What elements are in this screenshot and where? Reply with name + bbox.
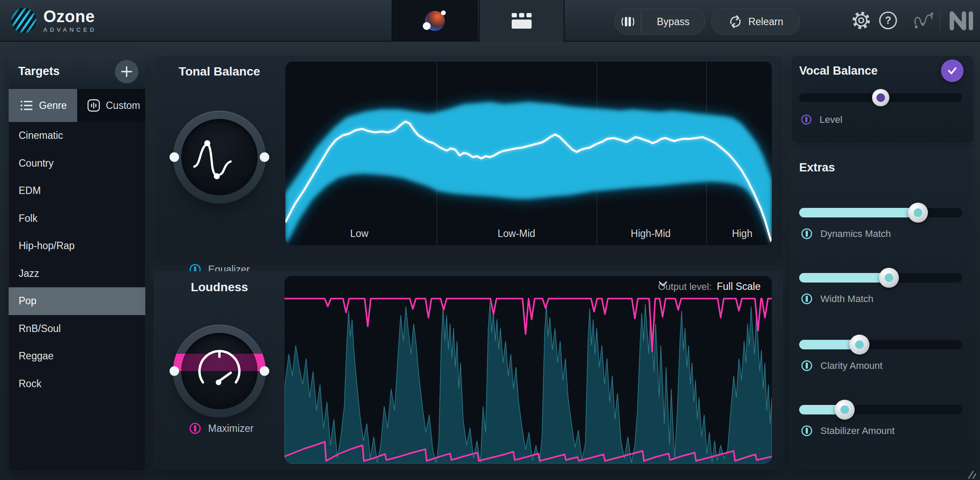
ozone-window: Ozone ADVANCED [0,0,980,480]
slider-label-row: Width Match [800,293,873,305]
tonal-balance-chart: LowLow-MidHigh-MidHigh [285,62,772,245]
relearn-button[interactable]: Relearn [711,9,800,35]
genre-item[interactable]: Hip-hop/Rap [9,232,145,260]
genre-item[interactable]: Reggae [9,342,145,370]
svg-text:?: ? [885,14,892,26]
output-level-value[interactable]: Full Scale [717,281,761,293]
slider-handle[interactable] [849,335,869,355]
slider-handle[interactable] [835,400,855,420]
tab-assistant-view[interactable] [392,0,478,42]
tab-genre[interactable]: Genre [9,89,77,122]
equalizer-knob[interactable] [173,111,266,204]
slider-handle[interactable] [908,203,928,223]
gauge-icon [196,347,243,395]
knob-max-dot [260,366,269,376]
knob-max-dot [260,152,269,162]
tab-custom[interactable]: Custom [77,89,145,122]
relearn-label: Relearn [748,16,784,28]
slider-track[interactable] [799,273,962,283]
tab-genre-label: Genre [39,100,67,112]
extras-card: Extras Dynamics MatchWidth MatchClarity … [791,150,973,470]
genre-item[interactable]: Cinematic [9,122,145,150]
genre-item[interactable]: EDM [9,177,145,205]
maximizer-power-icon[interactable] [189,422,202,435]
level-slider-handle[interactable] [872,89,889,106]
slider-handle[interactable] [879,268,899,288]
slider-label-row: Stabilizer Amount [800,424,895,437]
slider-label: Clarity Amount [820,360,882,372]
check-icon [947,66,957,75]
slider-track[interactable] [799,405,962,414]
slider-track[interactable] [799,208,962,217]
ozone-logo: Ozone ADVANCED [11,8,97,33]
app-edition: ADVANCED [43,26,97,33]
targets-header: Targets [9,54,145,89]
bypass-label: Bypass [641,16,705,28]
add-target-button[interactable] [115,60,138,83]
slider-label-row: Clarity Amount [800,359,882,372]
audio-file-icon [87,99,100,112]
targets-panel: Targets Genre Custom Cine [9,54,145,471]
band-label: High [732,228,752,240]
tab-custom-label: Custom [106,100,140,112]
app-name: Ozone [43,8,97,25]
slider-label-row: Dynamics Match [800,227,891,240]
maximizer-label: Maximizer [208,423,254,434]
band-label: Low [350,228,368,240]
knob-min-dot [170,366,179,376]
assistant-sphere-icon [425,11,445,31]
modules-icon [511,13,532,29]
maximizer-knob[interactable] [173,325,266,418]
help-icon[interactable]: ? [879,11,898,30]
ni-logo[interactable] [948,10,974,31]
top-bar: Ozone ADVANCED [0,0,980,42]
relearn-icon [728,14,743,29]
eq-curve-icon [191,131,248,183]
list-icon [20,100,33,111]
slider-power-icon[interactable] [800,227,813,240]
output-level-row: Output level: Full Scale [658,281,761,293]
slider-power-icon[interactable] [800,293,813,305]
tonal-balance-title: Tonal Balance [154,65,285,79]
plus-icon [121,66,133,78]
slider-power-icon[interactable] [800,424,813,437]
band-label: Low-Mid [497,228,535,240]
genre-item[interactable]: Folk [9,205,145,233]
slider-power-icon[interactable] [800,359,813,372]
vocal-balance-title: Vocal Balance [799,64,878,78]
meter-icon [620,14,636,30]
resize-grip[interactable] [964,470,977,479]
loudness-title: Loudness [154,280,285,294]
settings-gear-icon[interactable] [851,10,871,30]
level-power-icon[interactable] [800,114,812,125]
loudness-panel: Loudness Maximizer [154,271,783,470]
slider-label: Width Match [820,293,873,305]
audiolens-connect-icon[interactable] [912,11,935,30]
genre-item[interactable]: Country [9,150,145,178]
knob-min-dot [170,152,179,162]
slider-track[interactable] [799,340,962,349]
maximizer-module-row: Maximizer [189,422,254,435]
genre-list: CinematicCountryEDMFolkHip-hop/RapJazzPo… [9,122,145,471]
tonal-balance-panel: Tonal Balance Equalizer [154,56,783,256]
vocal-balance-card: Vocal Balance Level [791,56,973,143]
topbar-divider [940,12,941,31]
genre-item[interactable]: Pop [9,287,145,315]
band-label: High-Mid [631,228,671,240]
chevron-down-icon[interactable] [658,281,668,287]
tab-detailed-view[interactable] [479,0,565,42]
level-slider-track[interactable] [799,93,962,102]
loudness-chart: Output level: Full Scale [284,276,772,464]
vocal-balance-check-button[interactable] [941,59,964,82]
slider-label: Stabilizer Amount [820,425,895,437]
slider-label: Dynamics Match [820,228,891,240]
genre-item[interactable]: Rock [9,370,145,398]
genre-item[interactable]: RnB/Soul [9,315,145,343]
ozone-logo-icon [11,8,36,33]
level-label-row: Level [800,114,843,125]
genre-item[interactable]: Jazz [9,260,145,288]
targets-title: Targets [18,65,60,78]
bypass-button[interactable]: Bypass [614,9,706,35]
extras-title: Extras [799,161,835,174]
level-label: Level [820,114,843,125]
